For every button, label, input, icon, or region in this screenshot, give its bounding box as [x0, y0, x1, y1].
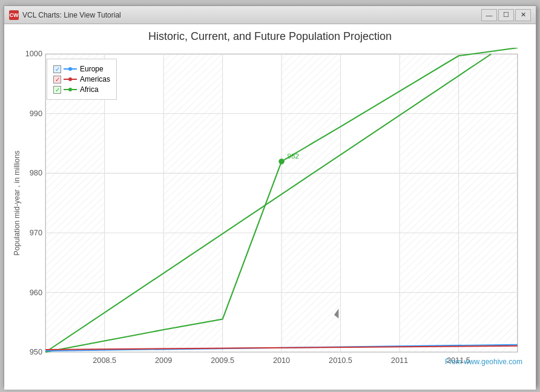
watermark: From www.geohive.com [445, 358, 522, 366]
chart-title: Historic, Current, and Future Population… [10, 30, 530, 43]
app-window: CW VCL Charts: Line View Tutorial — ☐ ✕ … [4, 5, 536, 387]
svg-rect-8 [163, 54, 222, 352]
svg-text:2011: 2011 [391, 357, 408, 365]
svg-text:970: 970 [30, 229, 42, 237]
app-icon: CW [9, 10, 19, 20]
svg-text:2009.5: 2009.5 [211, 357, 234, 365]
svg-text:2010: 2010 [273, 357, 290, 365]
svg-text:2010.5: 2010.5 [329, 357, 352, 365]
svg-point-3 [68, 77, 72, 81]
svg-text:2008.5: 2008.5 [93, 357, 116, 365]
legend-item-americas: ✓ Americas [53, 75, 110, 83]
svg-point-1 [68, 67, 72, 71]
svg-text:980: 980 [30, 169, 42, 178]
svg-text:Population mid-year , in milli: Population mid-year , in millions [13, 151, 21, 256]
maximize-button[interactable]: ☐ [498, 9, 514, 21]
svg-text:990: 990 [30, 109, 42, 118]
title-bar: CW VCL Charts: Line View Tutorial — ☐ ✕ [4, 6, 536, 24]
legend-checkbox-africa[interactable]: ✓ [53, 86, 61, 94]
legend-item-africa: ✓ Africa [53, 85, 110, 94]
svg-point-5 [68, 88, 72, 91]
svg-text:982: 982 [288, 152, 299, 160]
svg-text:950: 950 [30, 348, 42, 356]
svg-rect-11 [458, 54, 517, 352]
window-title: VCL Charts: Line View Tutorial [22, 11, 481, 19]
chart-area: ✓ Europe ✓ Americas ✓ Africa [10, 48, 530, 371]
legend-item-europe: ✓ Europe [53, 65, 110, 73]
svg-point-39 [279, 159, 284, 164]
svg-text:1000: 1000 [25, 50, 42, 59]
chart-container: Historic, Current, and Future Population… [4, 24, 536, 390]
legend-label-americas: Americas [80, 75, 110, 83]
legend-label-africa: Africa [80, 85, 99, 94]
window-controls: — ☐ ✕ [481, 9, 531, 21]
minimize-button[interactable]: — [481, 9, 497, 21]
close-button[interactable]: ✕ [515, 9, 531, 21]
svg-rect-10 [400, 54, 458, 352]
svg-text:2009: 2009 [155, 357, 172, 365]
svg-rect-9 [282, 54, 340, 352]
legend-checkbox-europe[interactable]: ✓ [53, 65, 61, 73]
svg-text:960: 960 [30, 289, 42, 297]
legend-label-europe: Europe [80, 65, 104, 73]
chart-legend: ✓ Europe ✓ Americas ✓ Africa [47, 59, 117, 100]
legend-checkbox-americas[interactable]: ✓ [53, 76, 61, 83]
